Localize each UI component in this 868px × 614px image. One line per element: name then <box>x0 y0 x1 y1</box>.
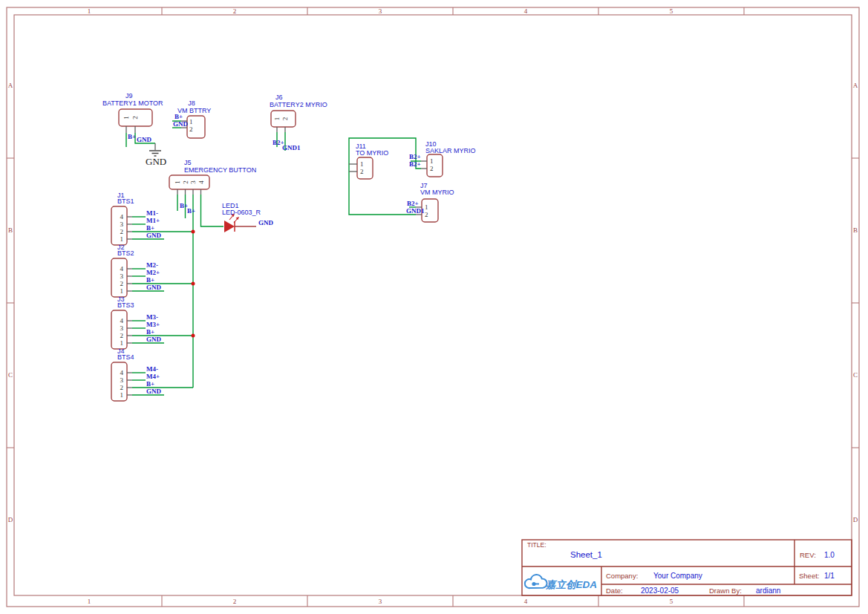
sheet-border: 1 2 3 4 5 1 2 3 4 5 A B C D A B C D <box>7 7 859 607</box>
pin-number: 3 <box>120 221 124 228</box>
pin-number: 4 <box>120 317 124 324</box>
net-label-b-plus: B+ <box>146 224 154 232</box>
component-ref: J5 <box>184 159 192 166</box>
component-ref: J9 <box>125 92 133 99</box>
component-name: LED-0603_R <box>222 209 261 216</box>
component-j11[interactable]: J11 TO MYRIO 1 2 <box>349 143 388 179</box>
net-label-m2-minus: M2- <box>146 261 158 269</box>
component-j10[interactable]: J10 SAKLAR MYRIO 1 2 B2+ B2+ <box>409 140 476 177</box>
pin-number: 2 <box>182 180 189 184</box>
pin-number: 1 <box>174 180 181 184</box>
pin-number: 1 <box>360 160 364 168</box>
net-label-b-plus: B+ <box>128 133 136 140</box>
pin-number: 2 <box>360 168 364 175</box>
pin-number: 3 <box>120 272 124 280</box>
net-label-b-plus: B+ <box>174 113 183 120</box>
component-j5[interactable]: J5 EMERGENCY BUTTON 1 2 3 4 B+ B+ <box>169 159 256 215</box>
net-label-b-plus: B+ <box>146 328 154 336</box>
pin-number: 2 <box>120 332 124 339</box>
led-symbol <box>224 214 256 232</box>
date-value[interactable]: 2023-02-05 <box>641 587 679 595</box>
pin-number: 1 <box>120 391 124 399</box>
pin-number: 3 <box>120 324 124 332</box>
pin-number: 1 <box>120 235 124 243</box>
pin-number: 1 <box>120 339 124 347</box>
ruler-row: D <box>8 516 13 523</box>
ruler-col: 1 <box>88 7 91 15</box>
easyeda-logo-icon <box>525 575 547 588</box>
net-label-b-plus: B+ <box>187 207 195 215</box>
sheet-title[interactable]: Sheet_1 <box>570 550 602 559</box>
net-label-m2-plus: M2+ <box>146 269 160 276</box>
pin-number: 2 <box>120 384 124 391</box>
component-name: EMERGENCY BUTTON <box>184 166 256 174</box>
component-j7[interactable]: J7 VM MYRIO 1 2 B2+ GND1 <box>406 182 454 222</box>
net-label-m1-plus: M1+ <box>146 217 160 224</box>
net-label-gnd1: GND1 <box>282 144 301 151</box>
component-led1[interactable]: LED1 LED-0603_R GND <box>222 202 274 232</box>
net-label-b-plus: B+ <box>146 276 154 284</box>
schematic-canvas[interactable]: 1 2 3 4 5 1 2 3 4 5 A B C D A B C D <box>0 0 868 614</box>
pin-number: 3 <box>120 376 124 384</box>
ruler-col: 2 <box>233 7 237 15</box>
net-label-m4-plus: M4+ <box>146 373 160 380</box>
rev-label: REV: <box>800 551 816 559</box>
component-name: BTS3 <box>117 301 134 309</box>
component-name: BTS2 <box>117 249 134 257</box>
component-name: TO MYRIO <box>356 149 388 157</box>
ruler-col: 1 <box>88 598 91 605</box>
gnd-power-symbol[interactable]: GND <box>146 151 166 167</box>
pin-number: 4 <box>120 369 124 376</box>
component-j8[interactable]: J8 VM BTTRY 1 2 B+ GND <box>173 99 211 138</box>
net-label-b2-plus: B2+ <box>409 160 421 168</box>
easyeda-logo-text: 嘉立创EDA <box>546 579 597 590</box>
ruler-col: 3 <box>379 598 382 605</box>
pin-number: 2 <box>281 117 289 121</box>
ruler-col: 5 <box>670 598 673 605</box>
component-j6[interactable]: J6 BATTERY2 MYRIO 1 2 B2+ GND1 <box>270 94 327 151</box>
component-j2[interactable]: J2 BTS2 4 3 2 1 M2- M2+ B+ GND <box>111 244 162 297</box>
pin-number: 4 <box>120 213 124 221</box>
sheet-value[interactable]: 1/1 <box>824 572 835 580</box>
company-value[interactable]: Your Company <box>653 572 702 580</box>
rev-value[interactable]: 1.0 <box>824 551 835 559</box>
ruler-row: A <box>8 82 13 89</box>
net-label-b-plus: B+ <box>146 380 154 388</box>
ruler-row: C <box>853 371 858 379</box>
component-name: BTS4 <box>117 353 134 361</box>
pin-number: 1 <box>189 118 193 125</box>
component-j9[interactable]: J9 BATTERY1 MOTOR 1 2 B+ GND <box>102 92 163 143</box>
pin-number: 4 <box>198 180 205 184</box>
component-j4[interactable]: J4 BTS4 4 3 2 1 M4- M4+ B+ GND <box>111 347 162 401</box>
component-name: BTS1 <box>117 197 134 205</box>
drawn-by-value[interactable]: ardiann <box>756 587 780 595</box>
pin-number: 1 <box>425 203 428 211</box>
net-label-gnd: GND <box>146 232 162 239</box>
title-label: TITLE: <box>527 541 546 549</box>
net-label-gnd: GND <box>146 336 162 343</box>
net-label-m4-minus: M4- <box>146 365 158 373</box>
component-j3[interactable]: J3 BTS3 4 3 2 1 M3- M3+ B+ GND <box>111 295 162 349</box>
date-label: Date: <box>606 587 623 595</box>
pin-number: 4 <box>120 265 124 272</box>
component-ref: J8 <box>188 99 195 107</box>
net-label-gnd: GND <box>146 388 162 395</box>
net-label-m3-plus: M3+ <box>146 321 160 328</box>
net-label-m3-minus: M3- <box>146 313 158 321</box>
ruler-row: D <box>853 516 858 523</box>
title-block: TITLE: Sheet_1 REV: 1.0 Company: Your Co… <box>522 540 852 595</box>
net-label-gnd: GND <box>146 284 162 291</box>
ruler-row: C <box>8 371 13 379</box>
component-name: BATTERY1 MOTOR <box>102 99 163 107</box>
ruler-row: A <box>853 82 858 89</box>
ruler-col: 4 <box>524 7 528 15</box>
wires[interactable] <box>126 121 421 395</box>
pin-number: 1 <box>273 117 281 121</box>
component-name: VM MYRIO <box>420 189 454 196</box>
component-name: SAKLAR MYRIO <box>425 147 476 154</box>
ruler-col: 3 <box>379 7 382 15</box>
component-j1[interactable]: J1 BTS1 4 3 2 1 M1- M1+ B+ GND <box>111 192 162 245</box>
component-ref: J6 <box>275 94 283 101</box>
pin-number: 1 <box>120 287 124 295</box>
pin-number: 2 <box>189 125 193 133</box>
